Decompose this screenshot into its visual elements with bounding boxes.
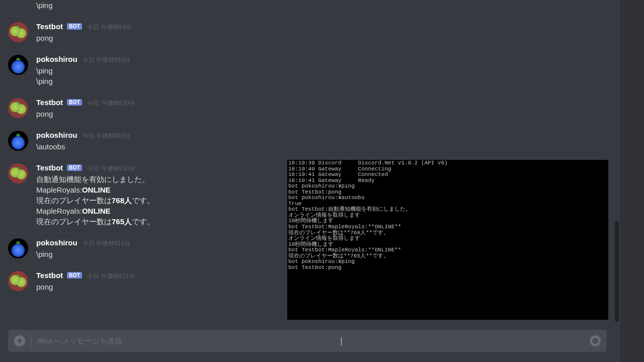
username[interactable]: pokoshirou: [36, 131, 77, 139]
message-text: \ping: [36, 65, 599, 76]
message-text: \autoobs: [36, 141, 599, 152]
emoji-button[interactable]: [590, 335, 601, 346]
text-cursor-icon: [341, 337, 342, 345]
message-text: pong: [36, 109, 599, 119]
timestamp: 今日 午後6時10分: [87, 165, 135, 172]
message: pokoshirou 今日 午後6時10分 \ping \ping: [0, 50, 607, 89]
timestamp: 今日 午後6時10分: [83, 132, 130, 139]
username[interactable]: Testbot: [36, 163, 63, 172]
right-sidebar-strip: [620, 0, 644, 362]
avatar[interactable]: [8, 163, 28, 184]
bot-badge: BOT: [67, 164, 82, 171]
avatar[interactable]: [8, 271, 28, 291]
message-header: Testbot BOT 今日 午後6時10分: [36, 98, 599, 108]
scrollbar[interactable]: [615, 0, 619, 324]
message-header: pokoshirou 今日 午後6時10分: [36, 131, 599, 140]
timestamp: 今日 午後6時10分: [87, 100, 135, 107]
message-body: Testbot BOT 今日 午後6時9分 pong: [36, 22, 599, 43]
avatar[interactable]: [8, 131, 28, 151]
message-header: Testbot BOT 今日 午後6時9分: [36, 22, 599, 32]
bot-badge: BOT: [67, 23, 82, 30]
message-text: pong: [36, 33, 599, 43]
timestamp: 今日 午後6時9分: [87, 24, 132, 31]
username[interactable]: pokoshirou: [36, 55, 77, 63]
username[interactable]: pokoshirou: [36, 238, 77, 247]
username[interactable]: Testbot: [36, 271, 63, 280]
avatar[interactable]: [8, 55, 28, 75]
bot-badge: BOT: [67, 99, 82, 106]
timestamp: 今日 午後6時11分: [83, 240, 130, 247]
message-input-bar[interactable]: + #bot へメッセージを送信: [8, 330, 607, 352]
message: Testbot BOT 今日 午後6時9分 pong: [0, 17, 607, 46]
username[interactable]: Testbot: [36, 98, 63, 107]
message-body: pokoshirou 今日 午後6時10分 \autoobs: [36, 131, 599, 152]
timestamp: 今日 午後6時11分: [87, 273, 135, 280]
message: pokoshirou 今日 午後6時10分 \autoobs: [0, 126, 607, 155]
message-input-placeholder[interactable]: #bot へメッセージを送信: [38, 336, 590, 346]
username[interactable]: Testbot: [36, 22, 63, 31]
message-body: Testbot BOT 今日 午後6時10分 pong: [36, 98, 599, 119]
message: Testbot BOT 今日 午後6時10分 pong: [0, 93, 607, 122]
message-header: pokoshirou 今日 午後6時10分: [36, 55, 599, 64]
message-content-partial: \ping: [0, 0, 607, 14]
message-body: pokoshirou 今日 午後6時10分 \ping \ping: [36, 55, 599, 86]
avatar[interactable]: [8, 98, 28, 118]
console-window: 18:10:39 Discord Discord.Net v1.0.2 (API…: [287, 160, 608, 320]
message-text: \ping: [36, 76, 599, 86]
timestamp: 今日 午後6時10分: [83, 56, 130, 63]
avatar[interactable]: [8, 238, 28, 258]
input-divider: [31, 334, 32, 348]
scrollbar-thumb[interactable]: [615, 221, 619, 322]
message-text: \ping: [36, 0, 599, 11]
attach-button[interactable]: +: [14, 335, 25, 346]
bot-badge: BOT: [67, 272, 82, 279]
avatar[interactable]: [8, 22, 28, 42]
